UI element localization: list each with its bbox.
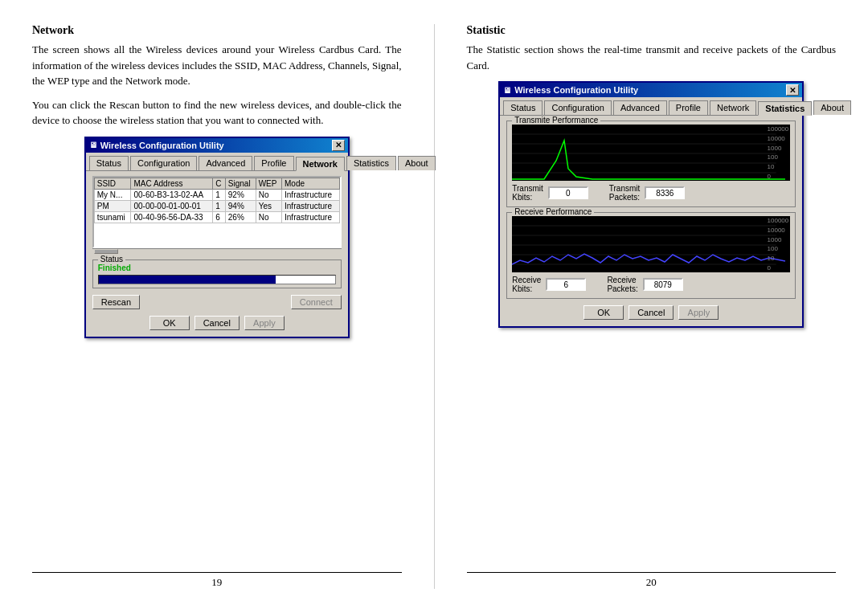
transmit-packets-value: 8336 xyxy=(645,186,685,199)
stats-tab-about[interactable]: About xyxy=(813,100,851,115)
network-apply-button[interactable]: Apply xyxy=(244,316,285,330)
col-signal: Signal xyxy=(225,178,256,189)
col-wep: WEP xyxy=(256,178,281,189)
statistics-ok-button[interactable]: OK xyxy=(583,305,624,320)
col-mode: Mode xyxy=(282,178,340,189)
table-cell: 00-40-96-56-DA-33 xyxy=(131,211,213,223)
tab-network[interactable]: Network xyxy=(296,157,345,171)
col-ch: C xyxy=(213,178,225,189)
col-mac: MAC Address xyxy=(131,178,213,189)
network-paragraph2: You can click the Rescan button to find … xyxy=(32,97,402,129)
right-column: Statistic The Statistic section shows th… xyxy=(467,24,837,589)
network-ok-cancel-row: OK Cancel Apply xyxy=(92,314,342,332)
statistic-paragraph: The Statistic section shows the real-tim… xyxy=(467,42,837,73)
statistics-dialog: 🖥 Wireless Configuration Utility ✕ Statu… xyxy=(498,81,804,328)
right-divider xyxy=(467,572,837,573)
table-cell: 26% xyxy=(225,211,256,223)
table-cell: No xyxy=(256,211,281,223)
stats-tab-profile[interactable]: Profile xyxy=(669,100,708,115)
table-cell: Yes xyxy=(256,200,281,211)
column-divider xyxy=(434,24,435,589)
statistics-dialog-titlebar: 🖥 Wireless Configuration Utility ✕ xyxy=(500,83,802,97)
network-table-scroll[interactable]: SSID MAC Address C Signal WEP Mode My N.… xyxy=(92,176,342,248)
tab-profile[interactable]: Profile xyxy=(254,156,293,170)
table-row[interactable]: PM00-00-00-01-00-01194%YesInfrastructure xyxy=(94,200,339,211)
right-page-number: 20 xyxy=(467,576,837,589)
network-dialog-close-button[interactable]: ✕ xyxy=(332,140,345,151)
transmit-packets-label: TransmitPackets: xyxy=(609,184,641,202)
transmit-group-label: Transmite Performance xyxy=(512,116,600,125)
receive-kbits-label: ReceiveKbits: xyxy=(512,276,541,293)
transmit-chart: 100000 10000 1000 100 10 0 xyxy=(512,125,790,181)
tab-statistics[interactable]: Statistics xyxy=(346,156,396,170)
receive-packets-value: 8079 xyxy=(643,278,683,291)
statistic-section-title: Statistic xyxy=(467,24,837,37)
network-table: SSID MAC Address C Signal WEP Mode My N.… xyxy=(94,178,340,223)
progress-bar xyxy=(98,275,336,284)
table-row[interactable]: tsunami00-40-96-56-DA-33626%NoInfrastruc… xyxy=(94,211,339,223)
receive-perf-group: Receive Performance 100000 xyxy=(506,212,796,299)
connect-button[interactable]: Connect xyxy=(291,295,342,309)
table-cell: No xyxy=(256,189,281,200)
rescan-button[interactable]: Rescan xyxy=(92,295,140,309)
stats-tab-configuration[interactable]: Configuration xyxy=(544,100,611,115)
statistics-cancel-button[interactable]: Cancel xyxy=(628,305,674,320)
statistics-ok-cancel-row: OK Cancel Apply xyxy=(506,304,796,321)
table-cell: tsunami xyxy=(94,211,131,223)
table-cell: 6 xyxy=(213,211,225,223)
receive-chart: 100000 10000 1000 100 10 0 xyxy=(512,216,790,272)
status-group-label: Status xyxy=(98,255,125,264)
stats-tab-statistics[interactable]: Statistics xyxy=(758,101,812,116)
transmit-kbits-label: TransmitKbits: xyxy=(512,184,543,202)
stats-tab-advanced[interactable]: Advanced xyxy=(613,100,667,115)
status-finished-text: Finished xyxy=(98,264,336,272)
network-section-title: Network xyxy=(32,24,402,37)
statistics-apply-button[interactable]: Apply xyxy=(678,305,719,320)
table-cell: 00-00-00-01-00-01 xyxy=(131,200,213,211)
statistics-dialog-title-icon: 🖥 xyxy=(503,86,511,95)
table-cell: 1 xyxy=(213,200,225,211)
tab-about[interactable]: About xyxy=(398,156,436,170)
receive-group-label: Receive Performance xyxy=(512,207,594,216)
statistics-dialog-tabs: Status Configuration Advanced Profile Ne… xyxy=(500,97,802,116)
receive-packets-label: ReceivePackets: xyxy=(607,276,637,293)
network-paragraph1: The screen shows all the Wireless device… xyxy=(32,42,402,89)
status-group: Status Finished xyxy=(92,260,342,288)
table-cell: 1 xyxy=(213,189,225,200)
table-row[interactable]: My N...00-60-B3-13-02-AA192%NoInfrastruc… xyxy=(94,189,339,200)
network-scrollbar[interactable] xyxy=(92,248,342,255)
network-cancel-button[interactable]: Cancel xyxy=(194,316,240,330)
col-ssid: SSID xyxy=(94,178,131,189)
network-dialog-titlebar: 🖥 Wireless Configuration Utility ✕ xyxy=(86,138,348,153)
table-cell: 00-60-B3-13-02-AA xyxy=(131,189,213,200)
receive-chart-svg xyxy=(512,216,790,272)
network-ok-button[interactable]: OK xyxy=(149,316,190,330)
statistics-dialog-content: Transmite Performance xyxy=(500,116,802,326)
rescan-connect-row: Rescan Connect xyxy=(92,293,342,311)
network-dialog-tabs: Status Configuration Advanced Profile Ne… xyxy=(86,153,348,171)
table-cell: 92% xyxy=(225,189,256,200)
scrollbar-thumb xyxy=(94,249,118,254)
tab-configuration[interactable]: Configuration xyxy=(130,156,197,170)
transmit-kbits-value: 0 xyxy=(548,186,588,199)
transmit-perf-group: Transmite Performance xyxy=(506,121,796,207)
left-page-number: 19 xyxy=(32,576,402,589)
progress-bar-fill xyxy=(99,276,276,284)
transmit-stats-row: TransmitKbits: 0 TransmitPackets: 8336 xyxy=(512,184,790,202)
statistics-dialog-close-button[interactable]: ✕ xyxy=(786,84,799,96)
statistics-dialog-title-text: Wireless Configuration Utility xyxy=(514,85,638,95)
table-cell: My N... xyxy=(94,189,131,200)
stats-tab-network[interactable]: Network xyxy=(710,100,756,115)
table-cell: 94% xyxy=(225,200,256,211)
receive-chart-labels: 100000 10000 1000 100 10 0 xyxy=(768,216,789,272)
tab-status[interactable]: Status xyxy=(89,156,129,170)
stats-tab-status[interactable]: Status xyxy=(503,100,542,115)
network-dialog-title-text: Wireless Configuration Utility xyxy=(100,141,224,150)
receive-kbits-value: 6 xyxy=(546,278,586,291)
table-cell: Infrastructure xyxy=(282,211,340,223)
table-cell: Infrastructure xyxy=(282,189,340,200)
table-cell: PM xyxy=(94,200,131,211)
tab-advanced[interactable]: Advanced xyxy=(199,156,252,170)
left-divider xyxy=(32,572,402,573)
transmit-chart-labels: 100000 10000 1000 100 10 0 xyxy=(768,125,789,181)
